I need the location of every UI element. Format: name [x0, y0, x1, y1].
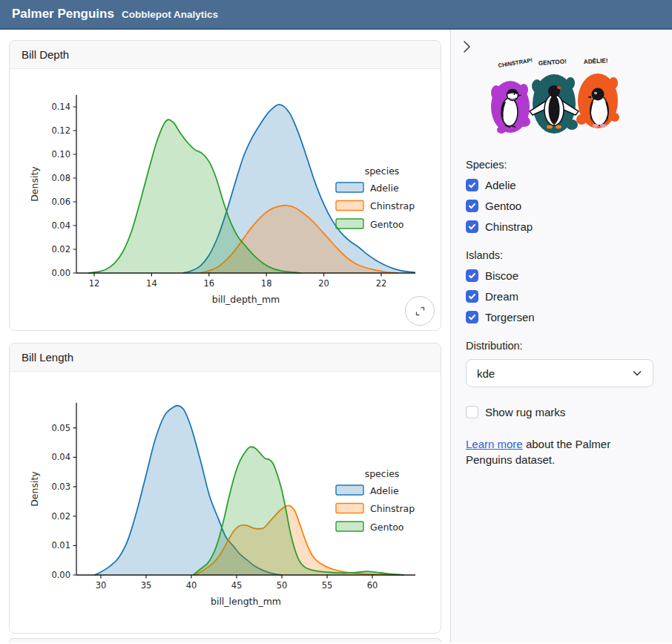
expand-card-button[interactable] — [405, 296, 435, 326]
checkbox-label: Show rug marks — [485, 406, 565, 418]
card-bill-length: Bill Length 303540455055600.000.010.020.… — [9, 343, 441, 634]
svg-text:0.14: 0.14 — [51, 102, 70, 112]
svg-text:14: 14 — [146, 278, 157, 289]
bill-length-kde-chart: 303540455055600.000.010.020.030.040.05bi… — [10, 372, 438, 633]
learn-more-link[interactable]: Learn more — [466, 438, 523, 450]
checkbox-label: Biscoe — [485, 269, 518, 282]
svg-text:0.02: 0.02 — [51, 511, 70, 522]
gentoo-label: GENTOO! — [538, 58, 567, 67]
checkbox-row-torgersen[interactable]: Torgersen — [466, 311, 654, 323]
distribution-section-label: Distribution: — [466, 340, 654, 352]
checkbox-dream-checked[interactable] — [466, 290, 478, 303]
card-title: Bill Length — [10, 344, 441, 372]
svg-text:Gentoo: Gentoo — [370, 522, 404, 533]
checkbox-row-rug-marks[interactable]: Show rug marks — [466, 406, 654, 418]
svg-text:20: 20 — [318, 278, 329, 289]
svg-text:0.03: 0.03 — [51, 482, 70, 492]
svg-text:50: 50 — [277, 580, 288, 591]
distribution-select-value: kde — [477, 367, 495, 380]
svg-text:species: species — [365, 468, 400, 479]
svg-text:16: 16 — [203, 278, 214, 289]
svg-text:45: 45 — [231, 580, 243, 591]
svg-text:Chinstrap: Chinstrap — [370, 503, 415, 514]
checkbox-row-dream[interactable]: Dream — [466, 290, 654, 303]
svg-text:12: 12 — [89, 278, 100, 289]
distribution-select[interactable]: kde — [466, 359, 653, 387]
svg-text:0.10: 0.10 — [51, 149, 70, 160]
svg-text:0.02: 0.02 — [51, 244, 70, 254]
next-card-top-edge — [9, 638, 441, 643]
svg-text:0.06: 0.06 — [51, 197, 70, 207]
checkbox-torgersen-checked[interactable] — [466, 311, 478, 323]
svg-text:Gentoo: Gentoo — [370, 219, 404, 230]
checkbox-rug-unchecked[interactable] — [466, 406, 478, 418]
app-subtitle: Cobblepot Analytics — [122, 9, 218, 20]
svg-text:0.04: 0.04 — [51, 220, 70, 231]
checkbox-row-adelie[interactable]: Adelie — [466, 179, 654, 191]
svg-text:Density: Density — [29, 471, 40, 507]
svg-text:35: 35 — [141, 580, 152, 591]
svg-text:60: 60 — [367, 580, 378, 591]
app-header: Palmer Penguins Cobblepot Analytics — [0, 0, 672, 30]
checkbox-label: Chinstrap — [485, 220, 533, 233]
checkbox-gentoo-checked[interactable] — [466, 200, 478, 212]
adelie-label: ADĒLIE! — [584, 56, 608, 65]
svg-text:0.00: 0.00 — [51, 268, 70, 278]
svg-text:bill_length_mm: bill_length_mm — [211, 596, 281, 607]
checkbox-label: Gentoo — [485, 200, 521, 212]
checkbox-adelie-checked[interactable] — [466, 179, 478, 191]
svg-text:0.05: 0.05 — [51, 423, 70, 433]
chevron-down-icon — [632, 368, 642, 378]
card-bill-depth: Bill Depth 1214161820220.000.020.040.060… — [9, 40, 441, 331]
species-section-label: Species: — [466, 159, 654, 171]
expand-fullscreen-icon — [415, 306, 426, 317]
svg-text:0.08: 0.08 — [51, 173, 70, 183]
svg-text:Adelie: Adelie — [370, 485, 399, 496]
checkmark-icon — [468, 313, 476, 321]
bill-length-plot-area: 303540455055600.000.010.020.030.040.05bi… — [10, 372, 441, 633]
svg-text:Adelie: Adelie — [370, 183, 399, 194]
card-title: Bill Depth — [10, 41, 441, 69]
svg-text:40: 40 — [186, 580, 197, 591]
sidebar-footer-text: Learn more about the Palmer Penguins dat… — [466, 437, 640, 467]
sidebar-collapse-button[interactable] — [458, 39, 475, 55]
checkbox-row-biscoe[interactable]: Biscoe — [466, 269, 654, 282]
app-title: Palmer Penguins — [12, 0, 114, 28]
sidebar: CHINSTRAP! GENTOO! ADĒLIE! Species: Adel… — [450, 30, 672, 643]
checkbox-chinstrap-checked[interactable] — [466, 220, 478, 233]
checkmark-icon — [468, 223, 476, 231]
svg-text:0.04: 0.04 — [51, 452, 70, 462]
checkbox-row-chinstrap[interactable]: Chinstrap — [466, 220, 654, 233]
checkmark-icon — [468, 202, 476, 210]
svg-text:Density: Density — [29, 166, 40, 202]
svg-text:bill_depth_mm: bill_depth_mm — [212, 294, 280, 305]
bill-depth-kde-chart: 1214161820220.000.020.040.060.080.100.12… — [10, 69, 438, 330]
svg-text:18: 18 — [261, 278, 272, 289]
checkbox-biscoe-checked[interactable] — [466, 269, 478, 282]
chevron-right-icon — [458, 39, 475, 55]
svg-text:0.01: 0.01 — [51, 540, 70, 551]
checkbox-label: Torgersen — [485, 311, 535, 323]
svg-text:55: 55 — [322, 580, 333, 591]
chinstrap-label: CHINSTRAP! — [498, 57, 533, 69]
checkbox-label: Dream — [485, 290, 518, 303]
main-content: Bill Depth 1214161820220.000.020.040.060… — [0, 30, 450, 643]
penguin-artwork: CHINSTRAP! GENTOO! ADĒLIE! — [487, 56, 654, 142]
svg-text:22: 22 — [376, 278, 387, 289]
bill-depth-plot-area: 1214161820220.000.020.040.060.080.100.12… — [10, 69, 441, 330]
checkmark-icon — [468, 292, 476, 300]
svg-text:Chinstrap: Chinstrap — [370, 200, 415, 211]
checkmark-icon — [468, 181, 476, 189]
checkmark-icon — [468, 272, 476, 280]
checkbox-row-gentoo[interactable]: Gentoo — [466, 200, 654, 212]
svg-text:0.00: 0.00 — [51, 570, 70, 580]
svg-text:species: species — [365, 165, 400, 177]
islands-section-label: Islands: — [466, 249, 654, 261]
checkbox-label: Adelie — [485, 179, 516, 191]
svg-text:30: 30 — [96, 580, 107, 591]
svg-text:0.12: 0.12 — [51, 125, 70, 136]
